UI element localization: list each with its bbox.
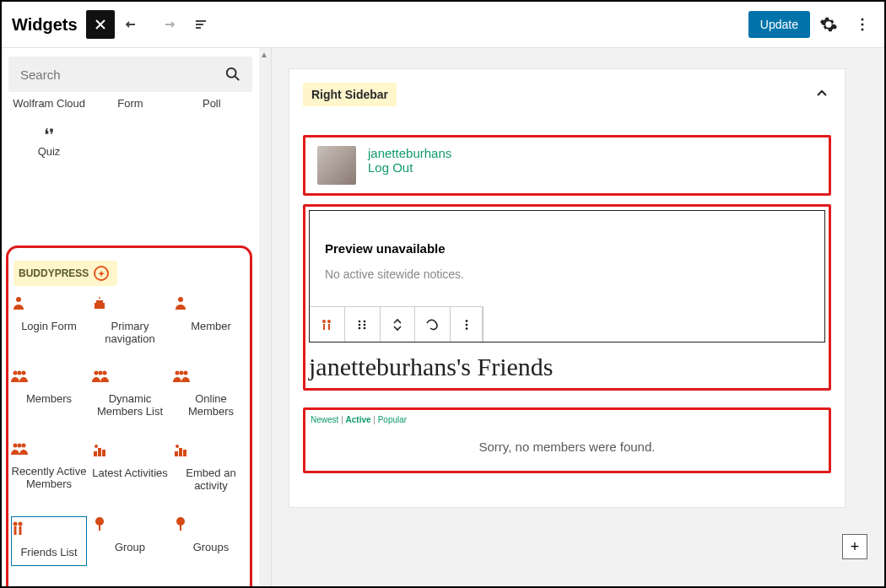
close-inserter-button[interactable] [86,10,115,39]
svg-point-38 [327,320,331,323]
block-form[interactable]: Form [90,97,170,110]
block-dynamic-members-list[interactable]: Dynamic Members List [91,369,169,418]
quiz-label: Quiz [8,145,89,158]
group-icon [10,441,88,456]
widget-area-label: Right Sidebar [303,83,397,106]
svg-point-41 [364,320,366,322]
username-link[interactable]: janetteburhans [368,146,451,160]
widgets-canvas: Right Sidebar janetteburhans Log Out Pre… [272,48,884,586]
svg-point-45 [364,326,366,329]
block-recently-active-members[interactable]: Recently Active Members [10,441,88,492]
person-icon [172,294,250,311]
block-groups[interactable]: Groups [172,515,250,567]
svg-point-8 [14,371,18,375]
cake-icon [91,294,169,311]
svg-point-17 [14,444,18,448]
logout-link[interactable]: Log Out [368,160,451,175]
svg-point-47 [465,323,467,326]
avatar [317,146,356,185]
svg-point-0 [862,19,864,21]
block-label: Group [91,541,169,553]
tab-active[interactable]: Active [346,415,371,424]
block-online-members[interactable]: Online Members [172,369,250,418]
highlight-members-widget: Newest | Active | Popular Sorry, no memb… [303,407,831,473]
settings-button[interactable] [813,9,844,40]
svg-rect-33 [99,525,100,531]
block-wolfram-cloud[interactable]: Wolfram Cloud [8,97,89,110]
move-up-down[interactable] [381,307,416,342]
svg-rect-22 [102,450,105,456]
quiz-icon: ❛❜ [8,125,89,145]
block-label: Latest Activities [91,467,169,479]
block-login-form[interactable]: Login Form [10,294,88,345]
block-label: Member [172,320,250,332]
block-inserter-panel: ▲ Wolfram Cloud Form Poll ❛❜ Quiz BUDDYP… [2,48,272,586]
block-primary-navigation[interactable]: Primary navigation [91,294,169,345]
svg-point-43 [364,323,366,326]
block-type-icon[interactable] [310,307,345,342]
tab-popular[interactable]: Popular [378,415,407,424]
selected-block[interactable]: Preview unavailable No active sitewide n… [309,210,825,343]
block-label: Groups [172,541,250,553]
svg-point-18 [22,444,26,448]
block-label: Embed an activity [172,467,250,492]
add-block-button[interactable]: + [842,534,867,559]
block-group[interactable]: Group [91,515,169,567]
highlight-login-widget: janetteburhans Log Out [303,135,831,196]
svg-rect-26 [183,450,186,456]
move-to-widget-area-button[interactable] [415,307,451,342]
svg-point-19 [18,444,22,448]
block-poll[interactable]: Poll [171,97,251,110]
block-label: Members [10,392,88,405]
collapse-area-button[interactable] [814,86,829,101]
friends-icon [10,521,88,537]
tree-icon [91,515,169,532]
drag-handle[interactable] [345,307,381,342]
search-icon [225,67,240,82]
preview-unavailable-title: Preview unavailable [325,241,809,256]
search-input[interactable] [20,67,197,82]
group-icon [172,369,250,384]
list-view-button[interactable] [186,9,216,40]
svg-point-1 [862,24,864,26]
svg-point-27 [176,445,179,448]
block-more-options[interactable] [451,307,483,342]
more-options-button[interactable] [847,9,878,40]
svg-point-42 [359,323,361,326]
svg-point-28 [14,522,18,526]
widget-area-card[interactable]: Right Sidebar janetteburhans Log Out Pre… [289,68,845,508]
block-member[interactable]: Member [172,294,250,345]
svg-rect-39 [328,324,330,330]
svg-point-14 [176,371,180,375]
scrollbar[interactable]: ▲ [259,48,271,586]
svg-rect-29 [14,526,17,535]
svg-rect-24 [175,451,178,456]
highlight-friends-widget: Preview unavailable No active sitewide n… [303,204,831,391]
tab-newest[interactable]: Newest [311,415,338,424]
svg-point-13 [99,371,103,375]
block-embed-an-activity[interactable]: Embed an activity [172,441,250,492]
svg-point-9 [22,371,26,375]
member-filter-tabs: Newest | Active | Popular [309,415,825,424]
svg-point-3 [227,68,236,78]
block-members[interactable]: Members [10,369,88,418]
svg-rect-21 [98,448,101,456]
svg-point-48 [465,327,467,330]
redo-button[interactable] [152,9,182,40]
svg-rect-31 [19,526,22,535]
search-field-wrap[interactable] [8,57,252,92]
block-latest-activities[interactable]: Latest Activities [91,441,169,492]
svg-rect-5 [95,303,105,309]
block-quiz[interactable]: ❛❜ Quiz [8,125,89,158]
tree-icon [172,515,250,532]
svg-point-16 [180,371,184,375]
block-friends-list[interactable]: Friends List [10,515,88,567]
svg-point-40 [359,320,361,322]
preview-unavailable-message: No active sitewide notices. [325,267,809,281]
svg-point-32 [95,517,104,526]
update-button[interactable]: Update [748,11,810,38]
block-label: Online Members [172,392,250,418]
block-label: Friends List [10,546,88,558]
undo-button[interactable] [118,9,149,40]
svg-point-10 [18,371,22,375]
